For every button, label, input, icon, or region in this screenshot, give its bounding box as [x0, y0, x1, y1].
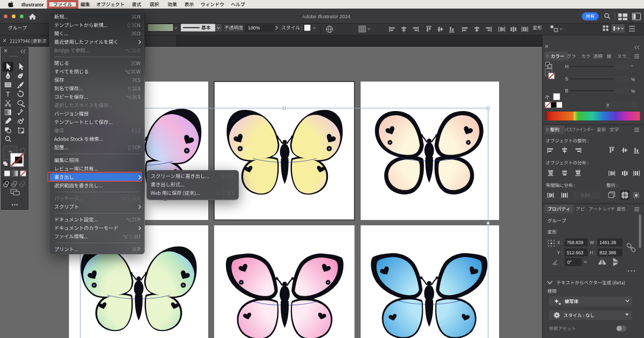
svg-text:X :: X :	[557, 240, 563, 245]
svg-text:S: S	[565, 76, 568, 82]
svg-text:%: %	[631, 89, 635, 94]
svg-text:H: H	[565, 64, 568, 69]
svg-text:768.839: 768.839	[567, 240, 583, 245]
svg-text:B: B	[565, 88, 568, 93]
svg-text:100%: 100%	[248, 25, 260, 31]
svg-text:Illustrator: Illustrator	[21, 2, 44, 8]
svg-text:T: T	[6, 90, 10, 98]
svg-text:1461.39: 1461.39	[599, 240, 616, 245]
svg-text:#: #	[606, 102, 609, 108]
svg-text:Adobe Illustrator 2024: Adobe Illustrator 2024	[302, 14, 350, 19]
svg-text:H :: H :	[590, 250, 596, 255]
svg-text:0.84: 0.84	[581, 193, 590, 198]
svg-text:512.663: 512.663	[567, 250, 583, 255]
svg-text:%: %	[631, 77, 635, 82]
svg-text:°: °	[631, 65, 633, 70]
svg-text:832.388: 832.388	[599, 250, 616, 255]
svg-text:W :: W :	[590, 240, 597, 245]
svg-text:Y :: Y :	[557, 250, 562, 255]
svg-text:0°: 0°	[567, 260, 572, 265]
